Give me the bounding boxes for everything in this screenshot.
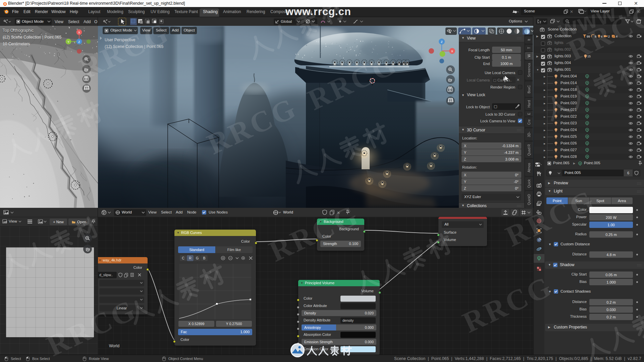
svg-text:4: 4 <box>601 35 602 38</box>
svg-text:Top Orthographic: Top Orthographic <box>3 28 34 33</box>
svg-text:X: X <box>451 49 453 53</box>
svg-text:Y: Y <box>67 40 69 44</box>
svg-text:2: 2 <box>608 35 610 38</box>
svg-text:(12) Scene Collection | Point.: (12) Scene Collection | Point.065 <box>105 44 164 49</box>
svg-text:10 Centimeters: 10 Centimeters <box>3 42 30 46</box>
svg-text:Z: Z <box>78 40 80 44</box>
svg-text:X: X <box>78 31 80 34</box>
svg-text:(12) Scene Collection | Point.: (12) Scene Collection | Point.065 <box>3 35 62 40</box>
svg-text:User Perspective: User Perspective <box>105 38 136 42</box>
svg-text:Z: Z <box>441 40 443 44</box>
svg-text:8: 8 <box>595 35 596 38</box>
svg-text:99: 99 <box>587 35 590 38</box>
svg-text:4: 4 <box>616 35 618 38</box>
